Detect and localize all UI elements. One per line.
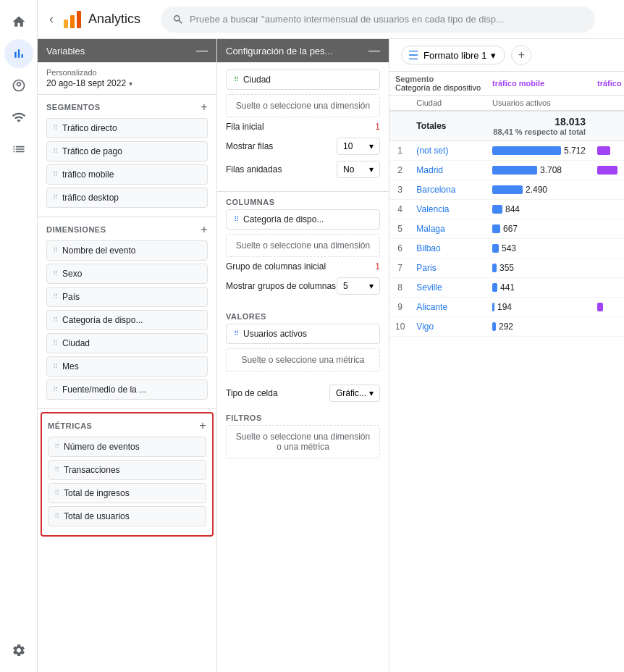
table-row: 9 Alicante 194 xyxy=(389,298,624,317)
list-item[interactable]: ⠿ tráfico desktop xyxy=(46,188,208,208)
drag-handle-icon: ⠿ xyxy=(53,293,58,301)
drag-handle-icon: ⠿ xyxy=(54,513,59,520)
bar-blue xyxy=(492,322,496,331)
drag-handle-icon: ⠿ xyxy=(234,76,239,83)
variables-collapse-button[interactable]: — xyxy=(196,45,208,56)
values-section-title: VALORES xyxy=(217,306,389,324)
segment-col-header: Segmento Categoría de dispositivo xyxy=(389,72,486,96)
table-row: 6 Bilbao 543 xyxy=(389,239,624,259)
drag-handle-icon: ⠿ xyxy=(53,363,58,370)
mostrar-filas-select[interactable]: 10 ▾ xyxy=(337,138,380,155)
date-label: Personalizado xyxy=(46,68,208,77)
list-item[interactable]: ⠿ País xyxy=(46,287,208,307)
list-item[interactable]: ⠿ Total de ingresos xyxy=(48,483,206,503)
nav-advertising[interactable] xyxy=(4,103,33,132)
drag-handle-icon: ⠿ xyxy=(53,247,58,254)
list-item[interactable]: ⠿ Sexo xyxy=(46,264,208,284)
list-item[interactable]: ⠿ Mes xyxy=(46,356,208,377)
drag-handle-icon: ⠿ xyxy=(53,316,58,324)
drag-handle-icon: ⠿ xyxy=(53,125,58,132)
bar-blue xyxy=(492,264,497,272)
totals-row: Totales 18.013 88,41 % respecto al total xyxy=(389,111,624,141)
add-segment-button[interactable]: + xyxy=(201,101,208,114)
list-item[interactable]: ⠿ Fuente/medio de la ... xyxy=(46,379,208,400)
list-item[interactable]: ⠿ Transacciones xyxy=(48,460,206,480)
back-button[interactable]: ‹ xyxy=(49,12,54,27)
filas-anidadas-row: Filas anidadas No ▾ xyxy=(226,161,380,178)
values-config-section: VALORES ⠿ Usuarios activos Suelte o sele… xyxy=(217,306,389,382)
list-item[interactable]: ⠿ Tráfico directo xyxy=(46,118,208,138)
columns-drop-zone[interactable]: Suelte o seleccione una dimensión xyxy=(226,234,380,257)
config-panel-header: Configuración de la pes... — xyxy=(217,39,389,62)
mostrar-grupos-select[interactable]: 5 ▾ xyxy=(337,277,380,295)
list-item[interactable]: ⠿ Total de usuarios xyxy=(48,506,206,526)
cell-type-select[interactable]: Gráfic... ▾ xyxy=(329,385,380,402)
left-navigation xyxy=(0,0,38,672)
fila-inicial-row: Fila inicial 1 xyxy=(226,122,380,132)
metrics-section: MÉTRICAS + ⠿ Número de eventos ⠿ Transac… xyxy=(41,412,214,537)
grupo-columnas-row: Grupo de columnas inicial 1 xyxy=(226,261,380,272)
list-item[interactable]: ⠿ Categoría de dispo... xyxy=(46,310,208,330)
app-title: Analytics xyxy=(88,12,140,27)
drag-handle-icon: ⠿ xyxy=(234,330,239,337)
date-picker[interactable]: Personalizado 20 ago-18 sept 2022 ▾ xyxy=(38,62,216,95)
data-table-container[interactable]: Segmento Categoría de dispositivo tráfic… xyxy=(389,72,624,672)
chevron-down-icon: ▾ xyxy=(369,388,374,398)
mobile-segment-header: tráfico mobile xyxy=(486,72,591,96)
app-header: ‹ Analytics Pruebe a buscar "aumento int… xyxy=(38,0,624,39)
list-item[interactable]: ⠿ Ciudad xyxy=(46,333,208,353)
drag-handle-icon: ⠿ xyxy=(234,216,239,223)
drag-handle-icon: ⠿ xyxy=(54,490,59,497)
add-dimension-button[interactable]: + xyxy=(201,223,208,236)
search-placeholder: Pruebe a buscar "aumento intermensual de… xyxy=(190,14,504,25)
list-item[interactable]: ⠿ tráfico mobile xyxy=(46,164,208,185)
nav-explore[interactable] xyxy=(4,71,33,100)
rows-config-section: ⠿ Ciudad Suelte o seleccione una dimensi… xyxy=(217,62,389,192)
values-drop-zone[interactable]: Suelte o seleccione una métrica xyxy=(226,348,380,371)
format-selector[interactable]: Formato libre 1 ▾ xyxy=(401,46,505,64)
rows-drop-zone[interactable]: Suelte o seleccione una dimensión xyxy=(226,94,380,117)
add-format-button[interactable]: + xyxy=(511,45,531,65)
table-row: 8 Seville 441 xyxy=(389,278,624,298)
values-metric-tag[interactable]: ⠿ Usuarios activos xyxy=(226,324,380,344)
table-row: 5 Malaga 667 xyxy=(389,219,624,239)
metric-col-header: Usuarios activos xyxy=(486,96,624,112)
list-item[interactable]: ⠿ Número de eventos xyxy=(48,437,206,457)
drag-handle-icon: ⠿ xyxy=(54,443,59,450)
filters-drop-zone[interactable]: Suelte o seleccione una dimensión o una … xyxy=(226,425,380,458)
bar-blue xyxy=(492,283,497,292)
bar-blue xyxy=(492,224,500,233)
analytics-logo-icon xyxy=(62,9,83,30)
mostrar-filas-row: Mostrar filas 10 ▾ xyxy=(226,138,380,155)
variables-panel-header: Variables — xyxy=(38,39,216,62)
list-item[interactable]: ⠿ Nombre del evento xyxy=(46,240,208,261)
nav-home[interactable] xyxy=(4,7,33,36)
table-row: 2 Madrid 3.708 xyxy=(389,161,624,180)
drag-handle-icon: ⠿ xyxy=(53,340,58,347)
format-icon xyxy=(408,49,419,61)
drag-handle-icon: ⠿ xyxy=(53,171,58,178)
bar-blue xyxy=(492,166,537,175)
drag-handle-icon: ⠿ xyxy=(53,386,58,393)
nav-settings[interactable] xyxy=(4,636,33,665)
bar-blue xyxy=(492,185,523,194)
table-row: 1 (not set) 5.712 xyxy=(389,141,624,161)
city-col-header: Ciudad xyxy=(410,96,486,112)
search-bar[interactable]: Pruebe a buscar "aumento intermensual de… xyxy=(161,7,595,33)
bar-blue xyxy=(492,146,561,155)
filas-anidadas-select[interactable]: No ▾ xyxy=(337,161,380,178)
table-row: 7 Paris 355 xyxy=(389,259,624,278)
date-value[interactable]: 20 ago-18 sept 2022 ▾ xyxy=(46,78,208,88)
variables-panel: Variables — Personalizado 20 ago-18 sept… xyxy=(38,39,217,672)
add-metric-button[interactable]: + xyxy=(199,419,206,432)
nav-reports[interactable] xyxy=(4,39,33,68)
rows-dimension-tag[interactable]: ⠿ Ciudad xyxy=(226,70,380,90)
table-row: 4 Valencia 844 xyxy=(389,200,624,219)
list-item[interactable]: ⠿ Tráfico de pago xyxy=(46,141,208,161)
config-collapse-button[interactable]: — xyxy=(368,45,380,56)
segments-section: SEGMENTOS + ⠿ Tráfico directo ⠿ Tráfico … xyxy=(38,95,216,217)
nav-list[interactable] xyxy=(4,135,33,164)
mostrar-grupos-row: Mostrar grupos de columnas 5 ▾ xyxy=(226,277,380,295)
columns-dimension-tag[interactable]: ⠿ Categoría de dispo... xyxy=(226,209,380,230)
filters-section: FILTROS Suelte o seleccione una dimensió… xyxy=(217,408,389,469)
